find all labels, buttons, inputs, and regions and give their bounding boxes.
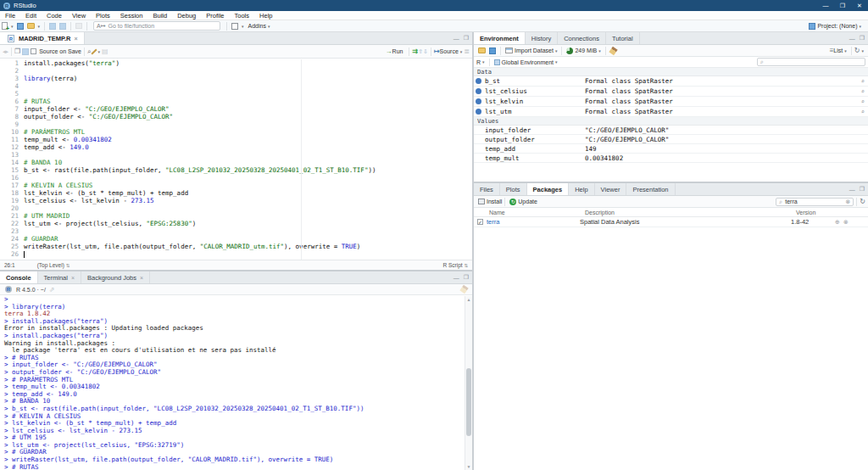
environment-tab-connections[interactable]: Connections — [558, 32, 606, 44]
language-dropdown-icon[interactable]: ▾ — [482, 59, 485, 64]
console-tab-background-jobs[interactable]: Background Jobs× — [81, 271, 150, 283]
console-scrollbar[interactable]: ▲ ▼ — [465, 296, 472, 470]
packages-tab-packages[interactable]: Packages — [527, 183, 570, 195]
restore-button[interactable]: ❐ — [834, 3, 851, 9]
scroll-up-icon[interactable]: ▲ — [465, 296, 472, 303]
maximize-pane-icon[interactable]: ❐ — [860, 186, 865, 193]
menu-view[interactable]: View — [67, 12, 91, 20]
console-tab-console[interactable]: Console — [0, 271, 38, 283]
code-line[interactable]: 11temp_mult <- 0.00341802 — [0, 136, 472, 143]
environment-tab-history[interactable]: History — [526, 32, 558, 44]
scope-indicator[interactable]: (Top Level) ⇅ — [37, 262, 70, 268]
packages-tab-help[interactable]: Help — [569, 183, 594, 195]
file-type-indicator[interactable]: R Script ⇅ — [442, 262, 468, 268]
code-line[interactable]: 26 — [0, 250, 472, 258]
minimize-pane-icon[interactable]: — — [453, 275, 459, 281]
menu-help[interactable]: Help — [254, 12, 277, 20]
env-value-row[interactable]: output_folder"C:/GEO/EJEMPLO_CALOR" — [474, 135, 868, 144]
package-row[interactable]: terraSpatial Data Analysis1.8-42⊕⊗ — [474, 217, 868, 227]
maximize-pane-icon[interactable]: ❐ — [464, 274, 469, 281]
menu-debug[interactable]: Debug — [172, 12, 201, 20]
pane-layout-dropdown-icon[interactable]: ▾ — [242, 24, 244, 29]
load-workspace-icon[interactable] — [478, 48, 486, 53]
packages-tab-presentation[interactable]: Presentation — [626, 183, 675, 195]
menu-file[interactable]: File — [0, 12, 20, 20]
list-view-dropdown-icon[interactable]: ▾ — [844, 48, 847, 53]
save-source-icon[interactable] — [22, 48, 29, 55]
env-data-row[interactable]: b_stFormal class SpatRaster⌕ — [474, 76, 868, 87]
import-dataset-dropdown-icon[interactable]: ▾ — [555, 48, 558, 53]
code-line[interactable]: 16 — [0, 174, 472, 182]
env-value-row[interactable]: input_folder"C:/GEO/EJEMPLO_CALOR" — [474, 126, 868, 135]
env-data-row[interactable]: lst_kelvinFormal class SpatRaster⌕ — [474, 97, 868, 107]
minimize-pane-icon[interactable]: — — [849, 36, 855, 42]
refresh-packages-icon[interactable]: ↻ — [860, 198, 865, 205]
remove-package-icon[interactable]: ⊗ — [843, 219, 849, 226]
open-file-dropdown-icon[interactable]: ▾ — [38, 24, 41, 29]
close-tab-icon[interactable]: × — [75, 36, 78, 42]
scrollbar-thumb[interactable] — [466, 368, 471, 436]
code-line[interactable]: 4 — [0, 82, 472, 90]
env-value-row[interactable]: temp_mult0.00341802 — [474, 154, 868, 163]
code-line[interactable]: 21# UTM MADRID — [0, 212, 472, 220]
list-view-label[interactable]: List — [833, 48, 843, 53]
clear-search-icon[interactable]: ⊗ — [845, 199, 850, 205]
code-line[interactable]: 15b_st <- rast(file.path(input_folder, "… — [0, 166, 472, 174]
name-column-header[interactable]: Name — [489, 210, 585, 215]
run-next-icon[interactable]: ⇩ — [423, 48, 428, 55]
memory-usage-icon[interactable] — [566, 48, 573, 54]
inspect-object-icon[interactable]: ⌕ — [861, 78, 865, 85]
clear-console-icon[interactable] — [459, 285, 468, 294]
environment-search-input[interactable]: ⌕ — [757, 58, 865, 66]
maximize-pane-icon[interactable]: ❐ — [860, 35, 865, 42]
code-line[interactable]: 1install.packages("terra") — [0, 59, 472, 67]
import-dataset-button[interactable]: Import Dataset — [515, 48, 554, 53]
menu-code[interactable]: Code — [42, 12, 67, 20]
code-line[interactable]: 7input_folder <- "C:/GEO/EJEMPLO_CALOR" — [0, 105, 472, 113]
run-button[interactable]: Run — [392, 48, 403, 54]
addins-dropdown-icon[interactable]: ▾ — [268, 24, 270, 29]
language-selector[interactable]: R — [476, 59, 481, 65]
install-button[interactable]: Install — [487, 199, 502, 204]
package-website-icon[interactable]: ⊕ — [835, 219, 840, 226]
save-all-icon[interactable] — [59, 23, 66, 30]
console-output[interactable]: >> library(terra)terra 1.8.42> install.p… — [0, 296, 465, 470]
packages-tab-files[interactable]: Files — [474, 183, 500, 195]
code-line[interactable]: 8output_folder <- "C:/GEO/EJEMPLO_CALOR" — [0, 113, 472, 120]
close-button[interactable]: ✕ — [851, 3, 868, 9]
packages-tab-plots[interactable]: Plots — [500, 183, 527, 195]
scope-dropdown-icon[interactable]: ▾ — [555, 59, 558, 64]
console-tab-terminal[interactable]: Terminal× — [38, 271, 81, 283]
code-line[interactable]: 13 — [0, 151, 472, 159]
code-line[interactable]: 9 — [0, 120, 472, 128]
inspect-object-icon[interactable]: ⌕ — [861, 98, 865, 105]
version-column-header[interactable]: Version — [796, 210, 847, 215]
inspect-object-icon[interactable]: ⌕ — [861, 109, 865, 115]
popout-window-icon[interactable]: ❐ — [14, 48, 20, 55]
code-line[interactable]: 3library(terra) — [0, 75, 472, 82]
source-run-icon[interactable]: ↦ — [434, 48, 440, 55]
code-tools-dropdown-icon[interactable]: ▾ — [98, 49, 101, 54]
code-line[interactable]: 17# KELVIN A CELSIUS — [0, 182, 472, 189]
save-workspace-icon[interactable] — [489, 48, 496, 54]
code-line[interactable]: 18lst_kelvin <- (b_st * temp_mult) + tem… — [0, 189, 472, 197]
code-line[interactable]: 10# PARÁMETROS MTL — [0, 128, 472, 136]
open-file-icon[interactable] — [27, 23, 35, 29]
refresh-dropdown-icon[interactable]: ▾ — [861, 48, 864, 53]
package-name-link[interactable]: terra — [487, 218, 580, 226]
close-tab-icon[interactable]: × — [140, 275, 143, 281]
code-line[interactable]: 6# RUTAS — [0, 98, 472, 105]
refresh-environment-icon[interactable]: ↻ — [854, 47, 860, 54]
code-line[interactable]: 19lst_celsius <- lst_kelvin - 273.15 — [0, 197, 472, 204]
env-value-row[interactable]: temp_add149 — [474, 144, 868, 154]
code-line[interactable]: 23 — [0, 227, 472, 235]
close-tab-icon[interactable]: × — [71, 275, 75, 281]
new-file-dropdown-icon[interactable]: ▾ — [11, 24, 14, 29]
code-line[interactable]: 25writeRaster(lst_utm, file.path(output_… — [0, 243, 472, 250]
compile-report-icon[interactable]: ▤ — [102, 48, 108, 55]
source-button[interactable]: Source — [440, 48, 459, 54]
package-loaded-checkbox[interactable] — [477, 219, 483, 225]
env-data-row[interactable]: lst_utmFormal class SpatRaster⌕ — [474, 107, 868, 117]
env-data-row[interactable]: lst_celsiusFormal class SpatRaster⌕ — [474, 87, 868, 97]
code-line[interactable]: 5 — [0, 90, 472, 98]
